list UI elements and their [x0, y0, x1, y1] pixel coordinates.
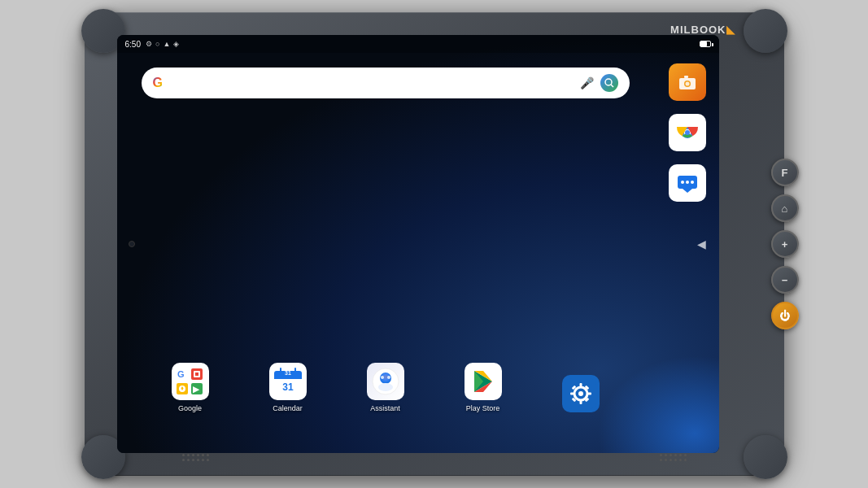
- status-time: 6:50: [125, 40, 141, 49]
- chrome-icon[interactable]: [669, 114, 706, 151]
- corner-br: [744, 435, 787, 479]
- tablet-device: MILBOOK◣ F ⌂ + − ⏻: [85, 12, 784, 476]
- nav-arrow: ◀: [697, 237, 706, 251]
- calendar-app[interactable]: 31 31 Calendar: [269, 363, 307, 412]
- right-side-apps: [669, 63, 706, 202]
- settings-status-icon: ⚙: [146, 40, 152, 48]
- search-bar[interactable]: G 🎤: [142, 68, 630, 98]
- settings-app[interactable]: [562, 375, 600, 412]
- assistant-label: Assistant: [370, 404, 400, 412]
- brand-name: MILBOOK: [670, 24, 726, 36]
- svg-point-32: [387, 376, 390, 379]
- wallpaper: 6:50 ⚙ ○ ▲ ◈ G: [117, 35, 719, 453]
- calendar-icon[interactable]: 31 31: [269, 363, 307, 400]
- assistant-icon[interactable]: [367, 363, 404, 400]
- svg-point-40: [578, 391, 583, 396]
- brand-symbol: ◣: [726, 24, 735, 36]
- tablet-screen: 6:50 ⚙ ○ ▲ ◈ G: [117, 35, 719, 453]
- messages-app[interactable]: [669, 164, 706, 202]
- corner-tr: [744, 9, 787, 53]
- battery-fill: [700, 41, 707, 46]
- playstore-icon[interactable]: [465, 363, 502, 400]
- status-icons: ⚙ ○ ▲ ◈: [146, 40, 179, 48]
- svg-point-8: [685, 130, 690, 135]
- fn-button[interactable]: F: [771, 159, 799, 186]
- svg-text:▶: ▶: [193, 385, 200, 394]
- battery-icon: [700, 41, 711, 47]
- minus-button[interactable]: −: [771, 266, 799, 294]
- signal-icon: ○: [155, 40, 159, 48]
- svg-text:31: 31: [282, 381, 294, 393]
- svg-rect-42: [579, 400, 582, 404]
- front-camera: [129, 241, 135, 247]
- status-right: [700, 41, 711, 47]
- svg-rect-5: [684, 76, 688, 78]
- svg-rect-16: [195, 373, 198, 376]
- power-button[interactable]: ⏻: [771, 302, 799, 329]
- svg-point-12: [691, 181, 694, 184]
- network-icon: ◈: [173, 40, 179, 48]
- google-lens-icon[interactable]: [600, 74, 618, 92]
- plus-button[interactable]: +: [771, 230, 799, 258]
- bottom-apps-row: G ▶: [142, 363, 630, 412]
- search-mic-icon[interactable]: 🎤: [580, 76, 594, 89]
- svg-rect-41: [579, 383, 582, 387]
- brand-label: MILBOOK◣: [670, 24, 735, 36]
- status-bar: 6:50 ⚙ ○ ▲ ◈: [117, 35, 719, 53]
- messages-icon[interactable]: [669, 164, 706, 202]
- wifi-icon: ▲: [163, 40, 170, 48]
- google-g-logo: G: [153, 76, 163, 90]
- svg-text:31: 31: [285, 370, 291, 376]
- camera-app[interactable]: [669, 63, 706, 101]
- camera-icon[interactable]: [669, 63, 706, 101]
- settings-icon[interactable]: [562, 375, 600, 412]
- svg-text:G: G: [177, 369, 185, 379]
- svg-point-4: [685, 82, 689, 86]
- google-label: Google: [178, 404, 202, 412]
- playstore-label: Play Store: [466, 404, 500, 412]
- google-app[interactable]: G ▶: [172, 363, 209, 412]
- calendar-label: Calendar: [273, 404, 303, 412]
- svg-rect-44: [587, 393, 591, 395]
- google-folder-icon[interactable]: G ▶: [172, 363, 209, 400]
- svg-rect-23: [274, 377, 302, 379]
- svg-rect-43: [570, 393, 574, 395]
- svg-point-11: [686, 181, 689, 184]
- svg-line-1: [611, 85, 613, 87]
- chrome-app[interactable]: [669, 114, 706, 151]
- playstore-app[interactable]: Play Store: [465, 363, 502, 412]
- svg-point-31: [381, 376, 384, 379]
- svg-point-0: [605, 79, 612, 85]
- svg-point-10: [681, 181, 684, 184]
- home-button[interactable]: ⌂: [771, 194, 799, 222]
- svg-point-30: [378, 383, 393, 391]
- side-buttons: F ⌂ + − ⏻: [771, 159, 799, 329]
- assistant-app[interactable]: Assistant: [367, 363, 404, 412]
